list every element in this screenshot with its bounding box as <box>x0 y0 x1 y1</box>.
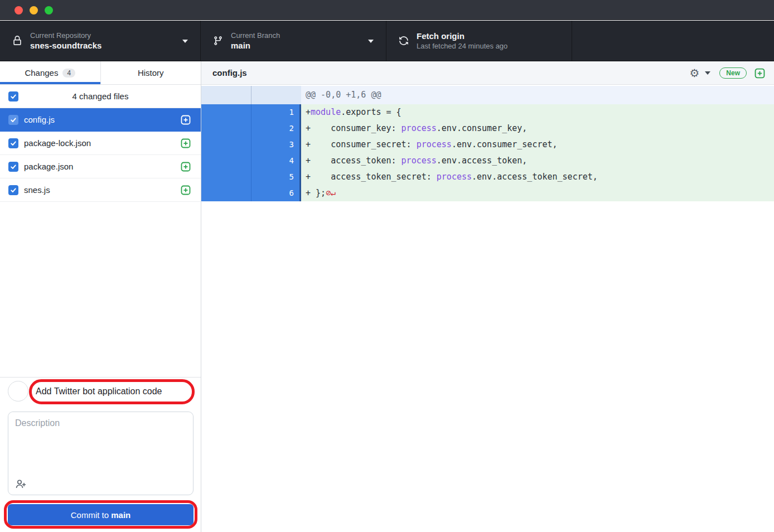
file-checkbox[interactable] <box>8 138 18 148</box>
added-file-icon <box>181 162 191 172</box>
commit-area: Commit to main <box>0 377 201 532</box>
current-branch-dropdown[interactable]: Current Branch main <box>201 21 386 61</box>
diff-line-2[interactable]: 2+ consumer_key: process.env.consumer_ke… <box>201 120 774 137</box>
diff-code-text: + consumer_secret: process.env.consumer_… <box>301 137 774 153</box>
file-name: config.js <box>24 115 55 124</box>
diff-line-6[interactable]: 6+ };⊘↵ <box>201 185 774 201</box>
diff-lines: 1+module.exports = {2+ consumer_key: pro… <box>201 104 774 201</box>
fullscreen-window-button[interactable] <box>45 6 53 14</box>
diff-line-1[interactable]: 1+module.exports = { <box>201 104 774 120</box>
file-checkbox[interactable] <box>8 115 18 125</box>
commit-description-box <box>8 412 194 495</box>
diff-line-5[interactable]: 5+ access_token_secret: process.env.acce… <box>201 169 774 185</box>
minimize-window-button[interactable] <box>30 6 38 14</box>
avatar <box>8 381 28 402</box>
old-line-number <box>201 153 251 169</box>
commit-button-branch: main <box>111 510 130 520</box>
old-line-number <box>201 169 251 185</box>
new-line-number: 6 <box>251 185 299 201</box>
old-line-number <box>201 104 251 120</box>
added-file-icon <box>181 185 191 195</box>
current-branch-value: main <box>231 41 280 50</box>
hunk-header-row: @@ -0,0 +1,6 @@ <box>201 86 774 104</box>
select-all-row: 4 changed files <box>0 85 201 108</box>
diff-code-text: + access_token: process.env.access_token… <box>301 153 774 169</box>
changes-sidebar: Changes 4 History 4 changed files config… <box>0 61 201 532</box>
gear-icon[interactable]: ⚙ <box>689 67 699 79</box>
tab-history-label: History <box>138 68 164 78</box>
new-line-number: 5 <box>251 169 299 185</box>
changed-files-count: 4 changed files <box>72 91 129 101</box>
file-checkbox[interactable] <box>8 162 18 172</box>
old-line-number <box>201 185 251 201</box>
add-coauthor-icon[interactable] <box>15 478 27 490</box>
tab-changes-label: Changes <box>25 68 58 78</box>
diff-code-text: +module.exports = { <box>301 104 774 120</box>
changed-file-list: config.js package-lock.json package.json… <box>0 108 201 202</box>
diff-gutter[interactable]: 1 <box>201 104 301 120</box>
chevron-down-icon <box>182 40 188 43</box>
diff-file-name: config.js <box>212 68 247 78</box>
file-row-package.json[interactable]: package.json <box>0 155 201 178</box>
diff-code-text: + };⊘↵ <box>301 185 774 201</box>
fetch-origin-button[interactable]: Fetch origin Last fetched 24 minutes ago <box>386 21 572 61</box>
diff-code-text: + consumer_key: process.env.consumer_key… <box>301 120 774 137</box>
new-line-number: 4 <box>251 153 299 169</box>
added-file-icon <box>181 115 191 125</box>
file-name: package.json <box>24 162 73 171</box>
file-row-package-lock.json[interactable]: package-lock.json <box>0 132 201 155</box>
diff-line-3[interactable]: 3+ consumer_secret: process.env.consumer… <box>201 137 774 153</box>
file-row-snes.js[interactable]: snes.js <box>0 178 201 202</box>
current-repository-dropdown[interactable]: Current Repository snes-soundtracks <box>0 21 201 61</box>
diff-header: config.js ⚙ New <box>201 61 774 85</box>
lock-icon <box>12 36 22 46</box>
commit-to-main-button[interactable]: Commit to main <box>8 504 194 525</box>
new-line-number: 3 <box>251 137 299 153</box>
sync-icon <box>399 36 409 46</box>
diff-code-text: + access_token_secret: process.env.acces… <box>301 169 774 185</box>
diff-gutter[interactable]: 3 <box>201 137 301 153</box>
diff-pane: config.js ⚙ New @@ -0,0 +1,6 @@ 1+module… <box>201 61 774 532</box>
added-file-icon <box>181 138 191 148</box>
close-window-button[interactable] <box>14 6 23 14</box>
new-line-number: 1 <box>251 104 299 120</box>
new-line-number: 2 <box>251 120 299 137</box>
file-row-config.js[interactable]: config.js <box>0 108 201 132</box>
expand-plus-icon[interactable] <box>754 68 765 79</box>
git-branch-icon <box>213 36 223 46</box>
commit-description-input[interactable] <box>8 412 193 475</box>
chevron-down-icon[interactable] <box>705 71 710 75</box>
hunk-header-text: @@ -0,0 +1,6 @@ <box>301 86 774 104</box>
tab-history[interactable]: History <box>100 61 201 84</box>
chevron-down-icon <box>368 40 374 43</box>
current-repository-label: Current Repository <box>30 31 101 40</box>
current-branch-label: Current Branch <box>231 31 280 40</box>
new-file-badge: New <box>719 67 747 79</box>
fetch-origin-status: Last fetched 24 minutes ago <box>417 42 507 50</box>
diff-gutter[interactable]: 4 <box>201 153 301 169</box>
diff-body: @@ -0,0 +1,6 @@ 1+module.exports = {2+ c… <box>201 85 774 201</box>
diff-line-4[interactable]: 4+ access_token: process.env.access_toke… <box>201 153 774 169</box>
file-checkbox[interactable] <box>8 185 18 195</box>
diff-toolbar: ⚙ New <box>689 61 765 85</box>
file-name: snes.js <box>24 185 50 195</box>
fetch-origin-label: Fetch origin <box>417 31 507 41</box>
file-name: package-lock.json <box>24 138 91 148</box>
changes-count-badge: 4 <box>62 69 75 78</box>
tab-changes[interactable]: Changes 4 <box>0 61 100 84</box>
old-line-number <box>201 137 251 153</box>
commit-summary-input[interactable] <box>36 383 188 400</box>
diff-gutter[interactable]: 6 <box>201 185 301 201</box>
sidebar-tabs: Changes 4 History <box>0 61 201 85</box>
old-line-number <box>201 120 251 137</box>
toolbar: Current Repository snes-soundtracks Curr… <box>0 21 774 61</box>
current-repository-value: snes-soundtracks <box>30 41 101 50</box>
select-all-checkbox[interactable] <box>8 91 18 101</box>
diff-gutter[interactable]: 5 <box>201 169 301 185</box>
diff-gutter[interactable]: 2 <box>201 120 301 137</box>
commit-button-label: Commit to <box>71 510 112 520</box>
titlebar <box>0 0 774 20</box>
